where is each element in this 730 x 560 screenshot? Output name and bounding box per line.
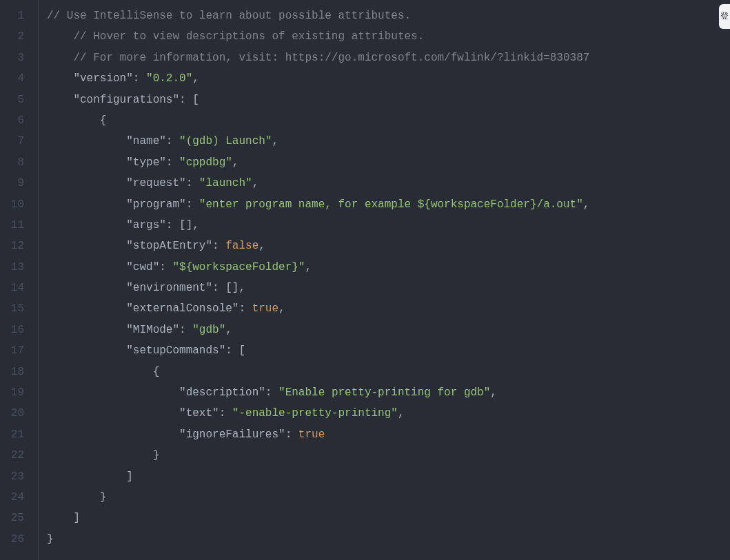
code-line[interactable]: "request": "launch", <box>47 173 730 194</box>
code-line[interactable]: "description": "Enable pretty-printing f… <box>47 382 730 403</box>
code-line[interactable]: } <box>47 445 730 466</box>
line-number: 1 <box>0 6 32 26</box>
code-line[interactable]: } <box>47 487 730 508</box>
token-string: "enter program name, for example ${works… <box>199 198 583 211</box>
token-string: "cppdbg" <box>179 156 232 169</box>
token-punc: { <box>100 114 107 127</box>
code-line[interactable]: { <box>47 110 730 131</box>
code-line[interactable]: ] <box>47 508 730 528</box>
token-string: "0.2.0" <box>146 72 192 85</box>
token-punc: , <box>232 156 239 169</box>
line-number: 13 <box>0 257 32 278</box>
code-line[interactable]: "name": "(gdb) Launch", <box>47 131 730 152</box>
code-line[interactable]: "stopAtEntry": false, <box>47 236 730 256</box>
code-line[interactable]: // Hover to view descriptions of existin… <box>47 26 730 47</box>
code-line[interactable]: "version": "0.2.0", <box>47 68 730 89</box>
token-bool: true <box>252 302 278 315</box>
line-number: 23 <box>0 466 32 487</box>
code-line[interactable]: } <box>47 529 730 550</box>
token-key: "externalConsole" <box>126 302 239 315</box>
code-line[interactable]: ] <box>47 466 730 487</box>
code-line[interactable]: "type": "cppdbg", <box>47 152 730 173</box>
code-line[interactable]: "configurations": [ <box>47 90 730 110</box>
code-line[interactable]: // Use IntelliSense to learn about possi… <box>47 6 730 26</box>
token-punc: : <box>219 407 232 419</box>
token-punc: : <box>166 135 179 147</box>
line-number: 21 <box>0 424 32 445</box>
code-line[interactable]: { <box>47 362 730 382</box>
token-key: "text" <box>179 407 219 419</box>
corner-button[interactable]: 登 <box>719 4 730 29</box>
token-string: "(gdb) Launch" <box>179 135 272 147</box>
token-punc: : <box>212 240 225 252</box>
token-key: "name" <box>126 135 166 147</box>
token-string: "-enable-pretty-printing" <box>232 407 398 419</box>
token-punc: , <box>305 261 312 273</box>
token-key: "version" <box>73 72 132 85</box>
code-line[interactable]: "environment": [], <box>47 278 730 298</box>
token-key: "type" <box>126 156 166 169</box>
token-punc: : <box>265 386 278 399</box>
token-bool: false <box>225 240 258 252</box>
code-line[interactable]: "ignoreFailures": true <box>47 424 730 445</box>
token-string: "gdb" <box>192 324 225 336</box>
token-punc: ] <box>126 470 133 483</box>
token-punc: } <box>153 449 160 462</box>
token-punc: , <box>490 386 497 399</box>
token-punc: , <box>398 407 405 419</box>
code-line[interactable]: "externalConsole": true, <box>47 298 730 319</box>
line-number: 10 <box>0 194 32 215</box>
token-comment: // Hover to view descriptions of existin… <box>73 30 424 43</box>
code-line[interactable]: "MIMode": "gdb", <box>47 320 730 340</box>
token-key: "ignoreFailures" <box>179 428 285 441</box>
token-key: "cwd" <box>126 261 159 273</box>
code-line[interactable]: "program": "enter program name, for exam… <box>47 194 730 215</box>
line-number: 8 <box>0 152 32 173</box>
token-punc: : <box>285 428 298 441</box>
token-punc: : <box>179 324 192 336</box>
token-punc: : <box>186 198 199 211</box>
line-number: 14 <box>0 278 32 298</box>
line-number: 5 <box>0 90 32 110</box>
code-line[interactable]: "setupCommands": [ <box>47 340 730 361</box>
line-number: 20 <box>0 403 32 424</box>
token-punc: ] <box>73 512 80 524</box>
line-number: 4 <box>0 68 32 89</box>
token-key: "environment" <box>126 282 212 294</box>
line-number: 12 <box>0 236 32 256</box>
token-punc: , <box>258 240 265 252</box>
token-punc: : [ <box>225 344 245 357</box>
token-punc: : [], <box>166 219 199 231</box>
line-number: 18 <box>0 362 32 382</box>
token-punc: : [ <box>179 94 199 106</box>
token-key: "args" <box>126 219 166 231</box>
token-punc: : <box>166 156 179 169</box>
code-line[interactable]: "cwd": "${workspaceFolder}", <box>47 257 730 278</box>
token-string: "launch" <box>199 177 252 189</box>
code-area[interactable]: // Use IntelliSense to learn about possi… <box>39 0 730 560</box>
line-number: 16 <box>0 320 32 340</box>
line-number-gutter: 1234567891011121314151617181920212223242… <box>0 0 39 560</box>
token-punc: : <box>159 261 172 273</box>
token-punc: : <box>133 72 146 85</box>
line-number: 7 <box>0 131 32 152</box>
token-punc: } <box>100 491 107 504</box>
token-key: "program" <box>126 198 185 211</box>
line-number: 22 <box>0 445 32 466</box>
token-key: "setupCommands" <box>126 344 225 357</box>
token-punc: , <box>583 198 590 211</box>
line-number: 19 <box>0 382 32 403</box>
token-punc: : [], <box>212 282 245 294</box>
code-line[interactable]: "text": "-enable-pretty-printing", <box>47 403 730 424</box>
token-punc: , <box>225 324 232 336</box>
line-number: 17 <box>0 340 32 361</box>
code-editor[interactable]: 1234567891011121314151617181920212223242… <box>0 0 730 560</box>
token-key: "request" <box>126 177 185 189</box>
token-punc: } <box>47 533 54 546</box>
token-string: "Enable pretty-printing for gdb" <box>278 386 490 399</box>
code-line[interactable]: "args": [], <box>47 215 730 236</box>
code-line[interactable]: // For more information, visit: https://… <box>47 48 730 68</box>
line-number: 26 <box>0 529 32 550</box>
token-key: "MIMode" <box>126 324 179 336</box>
corner-button-label: 登 <box>720 6 729 27</box>
